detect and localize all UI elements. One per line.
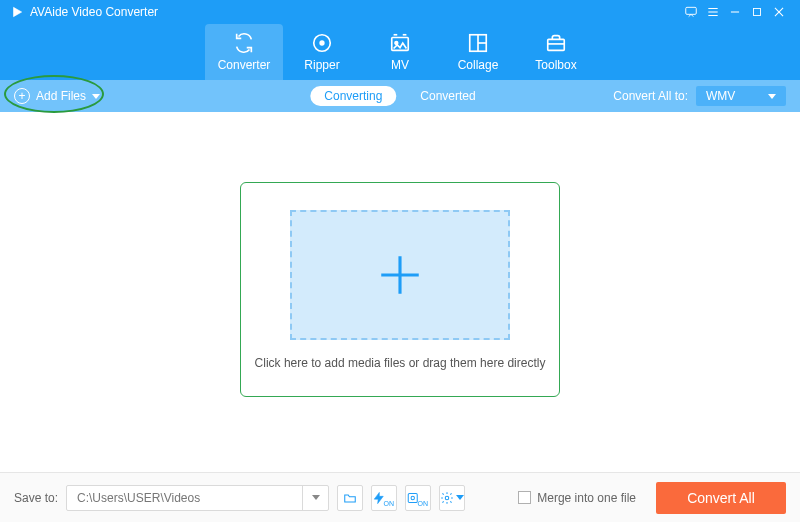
tab-label: Collage	[458, 58, 499, 72]
output-format-select[interactable]: WMV	[696, 86, 786, 106]
close-button[interactable]	[768, 1, 790, 23]
tab-label: Converter	[218, 58, 271, 72]
svg-rect-18	[548, 39, 565, 50]
tab-label: Toolbox	[535, 58, 576, 72]
merge-label: Merge into one file	[537, 491, 636, 505]
add-files-label: Add Files	[36, 89, 86, 103]
add-files-button[interactable]: + Add Files	[14, 88, 100, 104]
svg-marker-0	[14, 7, 22, 16]
save-to-path: C:\Users\USER\Videos	[67, 491, 302, 505]
tab-ripper[interactable]: Ripper	[283, 24, 361, 80]
app-logo-icon	[10, 5, 24, 19]
chevron-down-icon	[768, 94, 776, 99]
plus-circle-icon: +	[14, 88, 30, 104]
svg-marker-22	[374, 492, 383, 503]
subtab-converted[interactable]: Converted	[406, 86, 489, 106]
tab-label: Ripper	[304, 58, 339, 72]
save-to-dropdown[interactable]	[302, 485, 328, 511]
tab-mv[interactable]: MV	[361, 24, 439, 80]
main-area: Click here to add media files or drag th…	[0, 112, 800, 472]
main-nav: Converter Ripper MV Collage Toolbox	[0, 24, 800, 80]
maximize-button[interactable]	[746, 1, 768, 23]
chevron-down-icon	[92, 94, 100, 99]
svg-point-24	[411, 496, 414, 499]
convert-all-to-label: Convert All to:	[613, 89, 688, 103]
svg-point-25	[445, 496, 449, 500]
svg-point-10	[320, 41, 324, 45]
save-to-label: Save to:	[14, 491, 58, 505]
app-title: AVAide Video Converter	[30, 5, 158, 19]
open-folder-button[interactable]	[337, 485, 363, 511]
save-to-path-box: C:\Users\USER\Videos	[66, 485, 329, 511]
checkbox-icon	[518, 491, 531, 504]
plus-icon	[375, 250, 425, 300]
chevron-down-icon	[312, 495, 320, 500]
sub-toolbar: + Add Files Converting Converted Convert…	[0, 80, 800, 112]
bottom-bar: Save to: C:\Users\USER\Videos ON ON Merg…	[0, 472, 800, 522]
minimize-button[interactable]	[724, 1, 746, 23]
high-speed-button[interactable]: ON	[405, 485, 431, 511]
convert-all-button[interactable]: Convert All	[656, 482, 786, 514]
svg-rect-23	[408, 493, 417, 502]
format-value: WMV	[706, 89, 735, 103]
hardware-accel-button[interactable]: ON	[371, 485, 397, 511]
add-media-dropzone[interactable]: Click here to add media files or drag th…	[240, 182, 560, 397]
title-bar: AVAide Video Converter	[0, 0, 800, 24]
tab-toolbox[interactable]: Toolbox	[517, 24, 595, 80]
dropzone-text: Click here to add media files or drag th…	[255, 356, 546, 370]
subtab-converting[interactable]: Converting	[310, 86, 396, 106]
merge-checkbox[interactable]: Merge into one file	[518, 491, 636, 505]
menu-icon[interactable]	[702, 1, 724, 23]
feedback-icon[interactable]	[680, 1, 702, 23]
svg-rect-1	[686, 7, 697, 14]
settings-button[interactable]	[439, 485, 465, 511]
tab-collage[interactable]: Collage	[439, 24, 517, 80]
chevron-down-icon	[456, 495, 464, 500]
tab-label: MV	[391, 58, 409, 72]
dropzone-inner	[290, 210, 510, 340]
tab-converter[interactable]: Converter	[205, 24, 283, 80]
svg-rect-6	[754, 9, 761, 16]
